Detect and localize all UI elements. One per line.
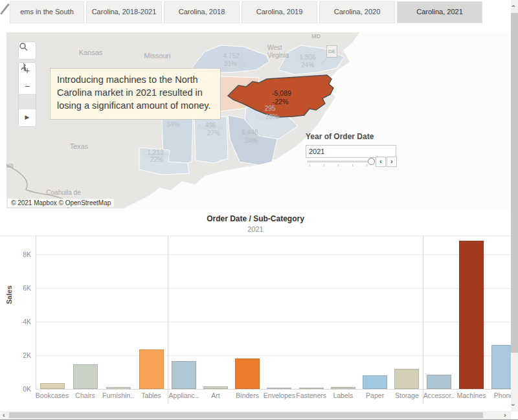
label-missouri: Missouri	[144, 52, 171, 60]
x-label-1: Chairs	[75, 392, 95, 399]
x-label-11: Storage	[395, 392, 419, 399]
year-filter-card: Year of Order Date ‹ ›	[306, 132, 412, 158]
gridline-4k	[36, 322, 511, 322]
bar-furnishin-[interactable]	[106, 387, 131, 389]
pin-x-icon	[19, 63, 28, 72]
pane-divider-2	[423, 236, 423, 404]
value-alabama-sales: 496	[205, 122, 216, 129]
value-georgia-pct: 34%	[245, 137, 258, 144]
zoom-out-button[interactable]: −	[19, 78, 36, 94]
label-md: MD	[311, 33, 321, 39]
value-louisiana-pct: 22%	[150, 156, 163, 163]
y-tick-0k: 0K	[5, 385, 31, 393]
x-label-5: Art	[211, 392, 220, 399]
scroll-down-icon[interactable]: ›	[510, 404, 517, 406]
x-label-12: Accessor..	[423, 392, 455, 399]
label-kansas: Kansas	[79, 49, 103, 56]
value-south-carolina-sales: 295	[265, 105, 276, 112]
x-axis-line	[36, 389, 511, 390]
map-pan-arrow-button[interactable]: ▶	[19, 109, 36, 125]
search-icon	[19, 42, 36, 58]
x-label-2: Furnishin..	[102, 392, 134, 399]
bar-tables[interactable]	[139, 349, 164, 389]
x-label-4: Applianc..	[169, 392, 199, 399]
scroll-left-icon[interactable]: ‹	[3, 412, 5, 419]
value-south-carolina-pct: 19%	[265, 113, 278, 120]
bar-accessor-[interactable]	[427, 375, 451, 389]
gridline-6k	[36, 288, 511, 289]
gridline-8k	[36, 254, 511, 255]
label-west-virginia: West Virginia	[267, 44, 297, 60]
y-tick-2k: 2K	[5, 351, 31, 359]
value-north-carolina-sales: -5,089	[272, 89, 291, 97]
filter-title: Year of Order Date	[306, 132, 412, 141]
pin-reset-button[interactable]	[19, 94, 36, 109]
bar-chairs[interactable]	[73, 364, 98, 389]
annotation-callout[interactable]: Introducing machines to the North Caroli…	[50, 68, 221, 120]
scroll-up-icon[interactable]: ›	[510, 5, 517, 8]
label-texas: Texas	[70, 142, 89, 150]
x-label-14: Phone	[494, 392, 511, 399]
horizontal-scrollbar[interactable]: ‹ ›	[0, 411, 511, 419]
label-coahuila: Coahuila de	[46, 189, 80, 196]
slider-knob[interactable]	[368, 158, 375, 165]
x-label-6: Binders	[236, 392, 259, 399]
bar-chart: 0K 2K 4K 6K 8K Sales BookcasesChairsFurn…	[0, 0, 511, 420]
bar-envelopes[interactable]	[267, 388, 291, 389]
value-mississippi-pct: 34%	[166, 121, 179, 128]
value-virginia-sales: 1,806	[299, 54, 315, 61]
x-label-13: Machines	[457, 392, 486, 399]
label-de-box: DE	[326, 45, 337, 58]
filter-prev-button[interactable]: ‹	[376, 157, 386, 167]
gridline-2k	[36, 355, 511, 356]
value-louisiana-sales: 1,213	[147, 149, 163, 156]
x-label-9: Labels	[333, 392, 353, 399]
tableau-dashboard: ems in the SouthCarolina, 2018-2021Carol…	[0, 0, 518, 420]
label-chihuahua-fragment: ua	[6, 162, 14, 169]
scroll-right-icon[interactable]: ›	[504, 412, 506, 419]
bar-phone[interactable]	[491, 345, 511, 389]
y-tick-4k: 4K	[5, 318, 31, 326]
bar-storage[interactable]	[394, 369, 419, 389]
x-label-10: Paper	[366, 392, 384, 399]
y-tick-8k: 8K	[5, 250, 31, 258]
vertical-scrollbar[interactable]: › ›	[511, 0, 518, 412]
vertical-scrollbar-thumb[interactable]	[511, 13, 518, 353]
value-kentucky-sales: 4,752	[223, 52, 239, 60]
year-filter-slider[interactable]	[307, 160, 370, 162]
bar-paper[interactable]	[363, 375, 387, 389]
x-label-8: Fasteners	[296, 392, 326, 399]
x-label-3: Tables	[141, 392, 161, 399]
year-filter-input[interactable]	[306, 145, 396, 158]
bar-art[interactable]	[203, 386, 228, 389]
map-attribution: © 2021 Mapbox © OpenStreetMap	[8, 199, 114, 207]
horizontal-scrollbar-thumb[interactable]	[9, 412, 483, 418]
bar-labels[interactable]	[331, 387, 355, 389]
bar-bookcases[interactable]	[40, 383, 65, 389]
bar-fasteners[interactable]	[299, 388, 324, 389]
y-axis-title: Sales	[5, 285, 13, 304]
map-search-button[interactable]	[18, 41, 36, 60]
filter-next-button[interactable]: ›	[387, 157, 397, 167]
x-label-0: Bookcases	[36, 392, 69, 399]
pane-divider-1	[168, 236, 168, 404]
x-label-7: Envelopes	[264, 392, 295, 399]
pane-top-border	[0, 236, 511, 236]
value-virginia-pct: 24%	[301, 61, 314, 69]
bar-machines[interactable]	[459, 241, 484, 389]
value-georgia-sales: 6,448	[242, 129, 258, 136]
value-kentucky-pct: 31%	[224, 60, 237, 67]
map-zoom-controls: + − ▶	[18, 62, 36, 127]
value-alabama-pct: 27%	[207, 129, 220, 137]
y-axis-line	[36, 236, 36, 390]
bar-binders[interactable]	[235, 359, 260, 389]
bar-applianc-[interactable]	[172, 361, 196, 389]
